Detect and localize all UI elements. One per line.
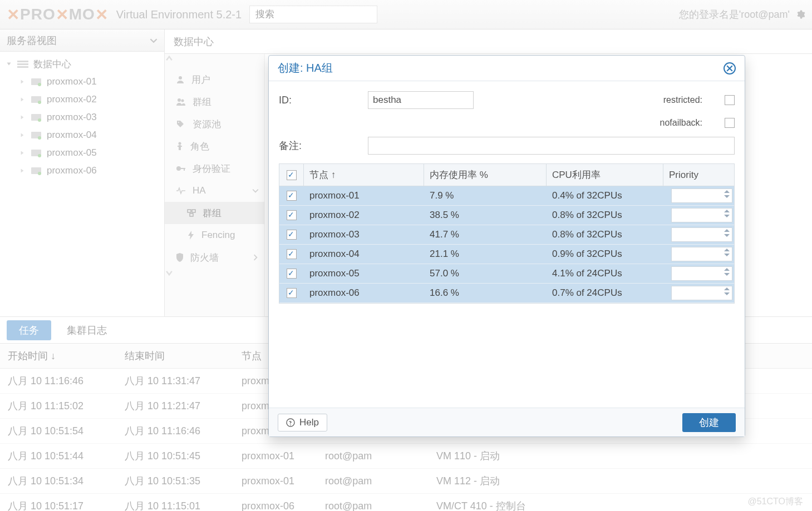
row-checkbox[interactable]: [287, 210, 297, 220]
table-row[interactable]: 八月 10 10:51:17八月 10 11:15:01proxmox-06ro…: [0, 494, 812, 512]
row-checkbox[interactable]: [287, 288, 297, 298]
tree-root-label: 数据中心: [33, 58, 71, 71]
login-info: 您的登录名是'root@pam': [679, 8, 790, 21]
tree-node-label: proxmox-03: [47, 112, 97, 123]
svg-rect-24: [184, 168, 185, 171]
menu-groups[interactable]: 群组: [165, 91, 264, 113]
spinner-up-icon[interactable]: [724, 190, 730, 193]
search-input[interactable]: [249, 6, 377, 23]
row-checkbox[interactable]: [287, 191, 297, 201]
ha-table-row[interactable]: proxmox-0238.5 %0.8% of 32CPUs: [279, 206, 734, 225]
ha-table-row[interactable]: proxmox-0341.7 %0.8% of 32CPUs: [279, 225, 734, 245]
caret-right-icon: [19, 167, 26, 174]
cell-node: proxmox-02: [304, 206, 424, 225]
logo: ✕ PRO ✕ MO ✕: [7, 6, 109, 24]
col-priority[interactable]: Priority: [663, 164, 734, 186]
menu-scroll-up-icon[interactable]: [165, 54, 264, 68]
tags-icon: [176, 120, 186, 128]
id-input[interactable]: [368, 91, 474, 109]
help-button[interactable]: Help: [278, 414, 327, 431]
ha-table-row[interactable]: proxmox-0616.6 %0.7% of 24CPUs: [279, 284, 734, 303]
logo-text-1: PRO: [20, 6, 56, 23]
key-icon: [176, 164, 186, 173]
row-checkbox[interactable]: [287, 249, 297, 259]
tree-root-datacenter[interactable]: 数据中心: [0, 55, 164, 73]
select-all-checkbox[interactable]: [287, 170, 297, 180]
spinner-up-icon[interactable]: [724, 210, 730, 212]
spinner-down-icon[interactable]: [724, 234, 730, 237]
ha-table-row[interactable]: proxmox-0557.0 %4.1% of 24CPUs: [279, 264, 734, 284]
table-row[interactable]: 八月 10 10:51:34八月 10 10:51:35proxmox-01ro…: [0, 469, 812, 494]
svg-point-8: [38, 118, 41, 122]
menu-firewall[interactable]: 防火墙: [165, 246, 264, 269]
spinner-down-icon[interactable]: [724, 254, 730, 256]
view-selector[interactable]: 服务器视图: [0, 29, 164, 52]
spinner-down-icon[interactable]: [724, 273, 730, 276]
col-end[interactable]: 结束时间: [117, 344, 234, 369]
tree-node[interactable]: proxmox-04: [0, 126, 164, 144]
ha-table-row[interactable]: proxmox-0421.1 %0.9% of 32CPUs: [279, 245, 734, 264]
cell-mem: 41.7 %: [424, 225, 547, 244]
menu-auth-label: 身份验证: [193, 162, 230, 175]
tree-node[interactable]: proxmox-03: [0, 108, 164, 126]
cell-mem: 16.6 %: [424, 284, 547, 302]
help-button-label: Help: [299, 417, 319, 428]
row-checkbox[interactable]: [287, 269, 297, 279]
node-icon: [30, 77, 42, 87]
row-checkbox[interactable]: [287, 230, 297, 240]
remark-input[interactable]: [368, 137, 735, 155]
menu-users-label: 用户: [191, 73, 210, 86]
cell-cpu: 0.8% of 32CPUs: [547, 206, 663, 225]
priority-spinner[interactable]: [671, 188, 732, 203]
col-mem[interactable]: 内存使用率 %: [424, 164, 547, 186]
menu-scroll-down-icon[interactable]: [165, 269, 264, 283]
menu-ha-groups[interactable]: 群组: [165, 202, 264, 224]
spinner-up-icon[interactable]: [724, 268, 730, 271]
menu-roles[interactable]: 角色: [165, 135, 264, 157]
menu-auth[interactable]: 身份验证: [165, 157, 264, 180]
col-cpu[interactable]: CPU利用率: [547, 164, 663, 186]
tree-node[interactable]: proxmox-02: [0, 91, 164, 108]
tab-cluster-log[interactable]: 集群日志: [57, 320, 117, 340]
menu-users[interactable]: 用户: [165, 68, 264, 91]
priority-spinner[interactable]: [671, 286, 732, 300]
tab-tasks[interactable]: 任务: [7, 320, 51, 340]
spinner-down-icon[interactable]: [724, 195, 730, 198]
tree-node-label: proxmox-01: [47, 76, 97, 87]
spinner-up-icon[interactable]: [724, 229, 730, 232]
restricted-checkbox[interactable]: [725, 95, 735, 105]
tree-node[interactable]: proxmox-05: [0, 144, 164, 162]
spinner-up-icon[interactable]: [724, 287, 730, 290]
create-ha-group-dialog: 创建: HA组 ID: restricted: nofailback: 备注:: [268, 55, 745, 437]
spinner-down-icon[interactable]: [724, 215, 730, 217]
menu-pools-label: 资源池: [193, 118, 221, 131]
spinner-up-icon[interactable]: [724, 249, 730, 251]
close-icon[interactable]: [724, 62, 736, 75]
tree-node-label: proxmox-04: [47, 130, 97, 141]
gear-icon[interactable]: [795, 9, 805, 19]
caret-right-icon: [19, 96, 26, 103]
menu-pools[interactable]: 资源池: [165, 113, 264, 135]
priority-spinner[interactable]: [671, 247, 732, 261]
priority-spinner[interactable]: [671, 227, 732, 242]
table-row[interactable]: 八月 10 10:51:44八月 10 10:51:45proxmox-01ro…: [0, 444, 812, 469]
priority-spinner[interactable]: [671, 208, 732, 222]
col-node[interactable]: 节点 ↑: [304, 164, 424, 186]
tree-node[interactable]: proxmox-06: [0, 162, 164, 180]
tree-node[interactable]: proxmox-01: [0, 73, 164, 91]
svg-point-16: [178, 98, 181, 102]
ha-table-row[interactable]: proxmox-017.9 %0.4% of 32CPUs: [279, 186, 734, 206]
col-start[interactable]: 开始时间 ↓: [0, 344, 117, 369]
create-button[interactable]: 创建: [682, 413, 736, 432]
cell-mem: 38.5 %: [424, 206, 547, 225]
menu-fencing-label: Fencing: [201, 230, 235, 241]
node-icon: [30, 148, 42, 158]
nofailback-checkbox[interactable]: [725, 118, 735, 128]
menu-ha[interactable]: HA: [165, 180, 264, 202]
spinner-down-icon[interactable]: [724, 292, 730, 295]
tree-node-label: proxmox-06: [47, 165, 97, 176]
config-menu: 用户 群组 资源池 角色 身份验证: [165, 54, 265, 316]
priority-spinner[interactable]: [671, 266, 732, 281]
menu-fencing[interactable]: Fencing: [165, 224, 264, 246]
caret-right-icon: [19, 114, 26, 121]
